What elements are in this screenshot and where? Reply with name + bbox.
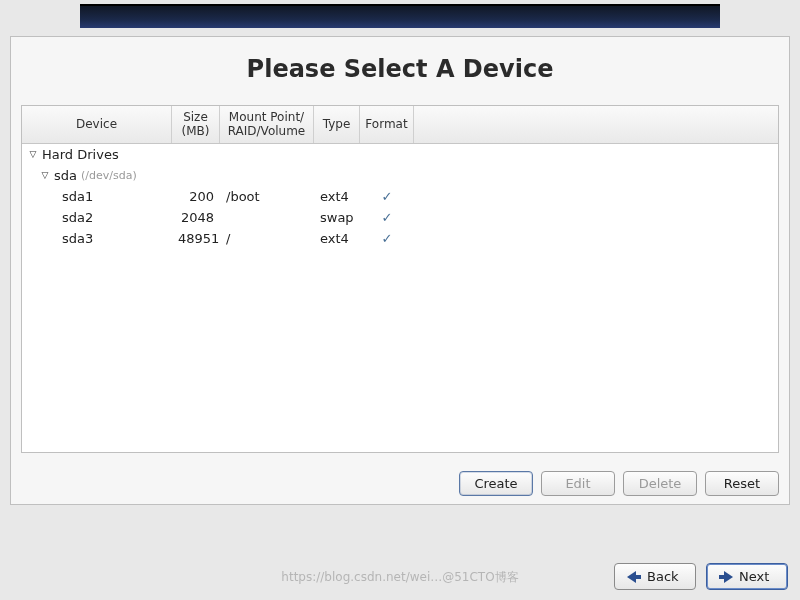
create-button[interactable]: Create <box>459 471 533 496</box>
page-title: Please Select A Device <box>11 37 789 105</box>
col-format[interactable]: Format <box>360 106 414 143</box>
table-body[interactable]: ▽ Hard Drives ▽ sda (/dev/sda) sda1200/b… <box>22 144 778 452</box>
partition-name: sda3 <box>22 231 172 246</box>
next-button[interactable]: Next <box>706 563 788 590</box>
col-mount[interactable]: Mount Point/ RAID/Volume <box>220 106 314 143</box>
check-icon: ✓ <box>382 189 393 204</box>
partition-mount: /boot <box>220 189 314 204</box>
partition-type: swap <box>314 210 360 225</box>
partition-size: 48951 <box>172 231 220 246</box>
wizard-nav: Back Next <box>614 563 788 590</box>
partition-name: sda2 <box>22 210 172 225</box>
partition-format: ✓ <box>360 210 414 225</box>
col-device[interactable]: Device <box>22 106 172 143</box>
partition-row[interactable]: sda1200/bootext4✓ <box>22 186 778 207</box>
partition-mount: / <box>220 231 314 246</box>
partition-name: sda1 <box>22 189 172 204</box>
device-panel: Please Select A Device Device Size (MB) … <box>10 36 790 505</box>
partition-type: ext4 <box>314 231 360 246</box>
partition-row[interactable]: sda22048swap✓ <box>22 207 778 228</box>
partition-type: ext4 <box>314 189 360 204</box>
partition-format: ✓ <box>360 189 414 204</box>
check-icon: ✓ <box>382 210 393 225</box>
next-label: Next <box>739 569 769 584</box>
col-size[interactable]: Size (MB) <box>172 106 220 143</box>
partition-table: Device Size (MB) Mount Point/ RAID/Volum… <box>21 105 779 453</box>
edit-button: Edit <box>541 471 615 496</box>
tree-root-label: Hard Drives <box>42 147 119 162</box>
partition-format: ✓ <box>360 231 414 246</box>
check-icon: ✓ <box>382 231 393 246</box>
tree-root-row[interactable]: ▽ Hard Drives <box>22 144 778 165</box>
disk-row[interactable]: ▽ sda (/dev/sda) <box>22 165 778 186</box>
arrow-left-icon <box>627 571 641 583</box>
action-button-row: Create Edit Delete Reset <box>11 463 789 504</box>
triangle-down-icon[interactable]: ▽ <box>40 170 50 180</box>
back-button[interactable]: Back <box>614 563 696 590</box>
partition-size: 2048 <box>172 210 220 225</box>
col-type[interactable]: Type <box>314 106 360 143</box>
back-label: Back <box>647 569 679 584</box>
delete-button: Delete <box>623 471 697 496</box>
disk-path: (/dev/sda) <box>81 169 137 182</box>
installer-banner <box>80 4 720 28</box>
partition-row[interactable]: sda348951/ext4✓ <box>22 228 778 249</box>
partition-size: 200 <box>172 189 220 204</box>
disk-label: sda <box>54 168 77 183</box>
triangle-down-icon[interactable]: ▽ <box>28 149 38 159</box>
arrow-right-icon <box>719 571 733 583</box>
reset-button[interactable]: Reset <box>705 471 779 496</box>
table-header: Device Size (MB) Mount Point/ RAID/Volum… <box>22 106 778 144</box>
